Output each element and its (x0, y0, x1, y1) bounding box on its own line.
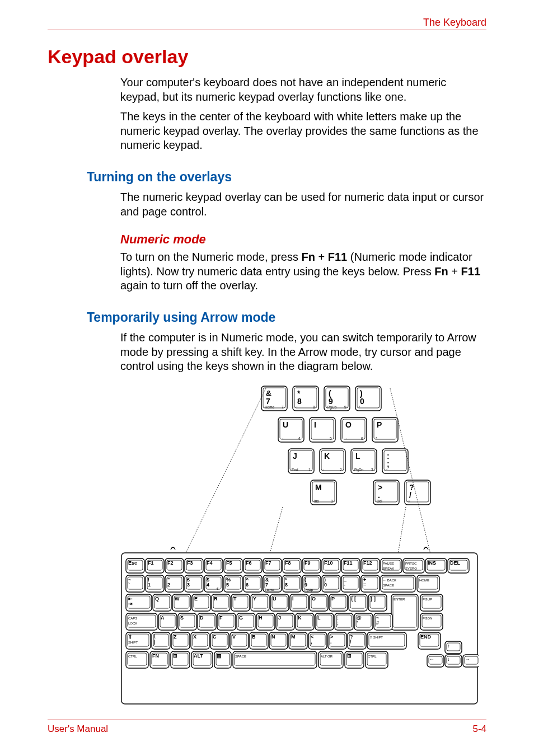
svg-text:Del: Del (377, 499, 382, 503)
svg-text:,: , (311, 639, 312, 645)
svg-text:0: 0 (331, 499, 333, 503)
svg-text:▤: ▤ (217, 653, 222, 659)
svg-text:← BACK: ← BACK (383, 579, 396, 582)
svg-text:=: = (363, 582, 366, 588)
svg-text:SPACE: SPACE (383, 584, 394, 587)
svg-text:F10: F10 (324, 560, 333, 566)
svg-text:R: R (214, 596, 218, 602)
svg-text:END: END (420, 634, 432, 640)
svg-text:ALT: ALT (194, 653, 203, 659)
intro-p2: The keys in the center of the keyboard w… (120, 110, 486, 153)
svg-text:8: 8 (297, 397, 302, 406)
svg-text:LOCK: LOCK (128, 622, 137, 625)
svg-text:': ' (357, 620, 358, 626)
subheading-turning-on: Turning on the overlays (87, 170, 486, 185)
section-title: Keypad overlay (48, 46, 486, 68)
svg-text:.: . (378, 491, 380, 500)
svg-text:↑: ↑ (447, 643, 450, 649)
svg-text:F12: F12 (363, 560, 372, 566)
svg-text:I: I (292, 596, 294, 602)
svg-text:Z: Z (174, 634, 177, 640)
svg-text:6: 6 (246, 582, 249, 588)
svg-text:CTRL: CTRL (368, 655, 377, 658)
svg-text:7: 7 (265, 582, 268, 588)
svg-text:ALT GR: ALT GR (321, 655, 333, 658)
subsubheading-numeric: Numeric mode (120, 232, 486, 247)
svg-text:O: O (312, 596, 316, 602)
svg-text:PGUP: PGUP (423, 598, 432, 601)
svg-text:I: I (314, 420, 316, 429)
footer-rule (48, 720, 486, 720)
svg-text:L: L (355, 452, 360, 461)
svg-text:3: 3 (371, 468, 373, 472)
svg-text:⇧: ⇧ (128, 634, 133, 640)
svg-text:/: / (359, 405, 360, 409)
svg-text:PGDN: PGDN (423, 617, 432, 620)
svg-text:`: ` (128, 582, 130, 588)
svg-text:→: → (465, 656, 470, 662)
svg-text:Q: Q (155, 596, 159, 602)
svg-text:5: 5 (226, 582, 229, 588)
svg-text:N: N (271, 634, 275, 640)
turning-on-p1: The numeric keypad overlay can be used f… (120, 190, 486, 219)
svg-text:3: 3 (187, 582, 190, 588)
svg-text:J: J (278, 615, 281, 621)
svg-text:End: End (292, 468, 298, 472)
arrow-mode-p1: If the computer is in Numeric mode, you … (120, 331, 486, 374)
svg-text:A: A (161, 615, 165, 621)
svg-text:G: G (239, 615, 243, 621)
svg-text:SHIFT: SHIFT (128, 641, 138, 644)
svg-text:F9: F9 (305, 560, 311, 566)
subheading-arrow-mode: Temporarily using Arrow mode (87, 310, 486, 325)
svg-text:→: → (344, 436, 348, 440)
svg-text:K: K (324, 452, 330, 461)
header-chapter-label: The Keyboard (48, 17, 486, 29)
svg-text:;: ; (337, 620, 339, 626)
svg-rect-222 (292, 596, 307, 608)
svg-text:F: F (219, 615, 223, 621)
svg-text:8: 8 (285, 582, 288, 588)
svg-text:←: ← (282, 436, 285, 440)
svg-rect-351 (235, 653, 315, 665)
svg-text:D: D (200, 615, 204, 621)
svg-rect-274 (336, 615, 352, 627)
svg-text:J: J (293, 452, 297, 461)
svg-text:F6: F6 (246, 560, 252, 566)
svg-text:4: 4 (298, 436, 301, 440)
svg-text:Y: Y (253, 596, 256, 602)
svg-text:M: M (315, 483, 322, 492)
svg-text:7: 7 (266, 397, 270, 406)
svg-text:|: | (154, 639, 156, 645)
svg-text:Esc: Esc (128, 560, 137, 566)
svg-text:PgUp: PgUp (305, 588, 313, 591)
svg-text:F3: F3 (187, 560, 193, 566)
svg-text:BREAK: BREAK (383, 567, 394, 570)
svg-text:PgUp: PgUp (327, 405, 337, 410)
svg-text:F4: F4 (207, 560, 213, 566)
svg-text:-: - (344, 582, 345, 588)
svg-text:F5: F5 (226, 560, 232, 566)
svg-text:9: 9 (305, 582, 307, 588)
svg-text:0: 0 (324, 582, 327, 588)
svg-text:⊞: ⊞ (347, 653, 352, 659)
svg-rect-293 (153, 634, 168, 646)
svg-text:CAPS: CAPS (128, 617, 137, 620)
svg-text:PgDn: PgDn (354, 468, 364, 472)
svg-text:5: 5 (330, 436, 332, 440)
svg-text:W: W (175, 596, 180, 602)
svg-text:1: 1 (148, 582, 151, 588)
intro-block: Your computer's keyboard does not have a… (120, 76, 486, 153)
svg-text:V: V (232, 634, 236, 640)
numeric-mode-p: To turn on the Numeric mode, press Fn + … (120, 250, 486, 293)
svg-text:O: O (345, 420, 352, 429)
svg-text:Home: Home (265, 588, 275, 591)
svg-text:} ]: } ] (371, 596, 376, 602)
svg-text:8: 8 (313, 405, 315, 409)
svg-text:↑: ↑ (296, 405, 298, 409)
svg-text:F8: F8 (285, 560, 291, 566)
svg-text:0: 0 (360, 397, 364, 406)
svg-text:H: H (259, 615, 263, 621)
svg-text:6: 6 (361, 436, 363, 440)
header-rule (48, 30, 486, 30)
svg-text:HOME: HOME (419, 579, 429, 582)
